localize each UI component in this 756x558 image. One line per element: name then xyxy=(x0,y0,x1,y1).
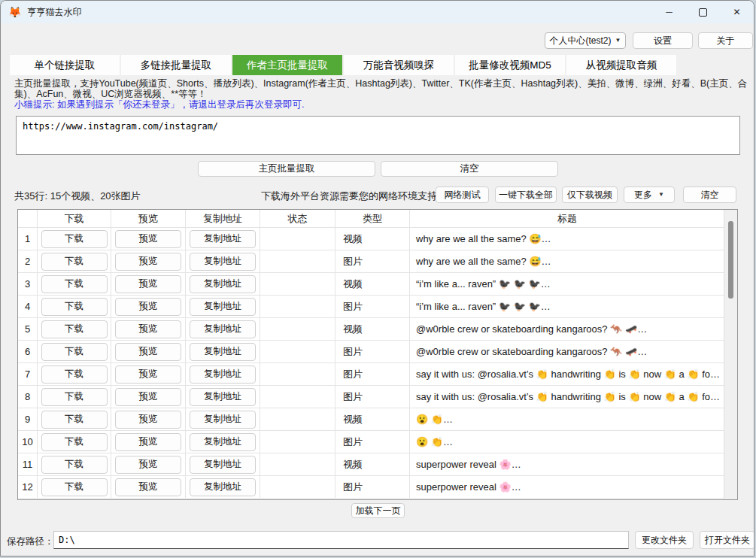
row-title: @w0rble crew or skateboarding kangaroos?… xyxy=(410,341,724,362)
save-path-label: 保存路径： xyxy=(7,535,54,548)
user-center-label: 个人中心(test2) xyxy=(550,35,612,47)
row-preview-button[interactable]: 预览 xyxy=(115,388,181,406)
table-row: 2 下载 预览 复制地址 图片 why are we all the same?… xyxy=(18,250,724,273)
row-index: 1 xyxy=(18,228,38,250)
row-status xyxy=(260,431,335,453)
row-type: 视频 xyxy=(335,408,410,430)
row-type: 视频 xyxy=(335,318,410,340)
row-index: 2 xyxy=(18,250,38,272)
row-title: why are we all the same? 😅… xyxy=(410,250,724,272)
row-preview-button[interactable]: 预览 xyxy=(115,478,181,496)
row-index: 4 xyxy=(18,296,38,317)
save-path-input[interactable] xyxy=(53,531,629,549)
row-copy-url-button[interactable]: 复制地址 xyxy=(190,411,256,429)
row-download-button[interactable]: 下载 xyxy=(41,230,108,248)
header-title: 标题 xyxy=(410,210,724,227)
row-index: 5 xyxy=(18,318,38,340)
scrollbar-thumb[interactable] xyxy=(728,221,733,299)
row-download-button[interactable]: 下载 xyxy=(41,411,108,429)
row-download-button[interactable]: 下载 xyxy=(41,298,108,316)
row-type: 视频 xyxy=(335,453,410,475)
tab-universal-sniffer[interactable]: 万能音视频嗅探 xyxy=(344,55,454,75)
load-next-page-button[interactable]: 加载下一页 xyxy=(351,503,405,518)
download-video-only-button[interactable]: 仅下载视频 xyxy=(562,187,618,203)
row-preview-button[interactable]: 预览 xyxy=(115,411,181,429)
row-copy-url-button[interactable]: 复制地址 xyxy=(190,320,256,338)
header-type: 类型 xyxy=(335,210,410,227)
clear-results-button[interactable]: 清空 xyxy=(683,187,736,203)
tab-multi-link-batch-extract[interactable]: 多链接批量提取 xyxy=(121,55,231,75)
open-folder-button[interactable]: 打开文件夹 xyxy=(700,531,754,549)
url-input[interactable] xyxy=(16,116,740,155)
row-copy-url-button[interactable]: 复制地址 xyxy=(190,433,256,451)
row-preview-button[interactable]: 预览 xyxy=(115,320,181,338)
row-download-button[interactable]: 下载 xyxy=(41,456,108,474)
row-index: 8 xyxy=(18,386,38,408)
change-folder-button[interactable]: 更改文件夹 xyxy=(635,531,694,549)
maximize-button[interactable] xyxy=(686,1,720,23)
table-row: 9 下载 预览 复制地址 视频 😮 👏… xyxy=(18,408,724,431)
app-window: 🦊 亨亨猫去水印 ─ ✕ 个人中心(test2) ▼ 设置 关于 单个链接提取 … xyxy=(0,0,754,556)
row-download-button[interactable]: 下载 xyxy=(41,275,108,293)
row-status xyxy=(260,228,335,250)
table-scrollbar[interactable] xyxy=(724,210,737,499)
row-download-button[interactable]: 下载 xyxy=(41,253,108,271)
row-download-button[interactable]: 下载 xyxy=(41,388,108,406)
download-all-button[interactable]: 一键下载全部 xyxy=(495,187,557,203)
row-copy-url-button[interactable]: 复制地址 xyxy=(190,388,256,406)
row-preview-button[interactable]: 预览 xyxy=(115,298,181,316)
table-row: 7 下载 预览 复制地址 图片 say it with us: @rosalia… xyxy=(18,363,724,386)
header-preview: 预览 xyxy=(111,210,186,227)
row-copy-url-button[interactable]: 复制地址 xyxy=(190,456,256,474)
row-preview-button[interactable]: 预览 xyxy=(115,343,181,361)
about-button[interactable]: 关于 xyxy=(698,32,753,49)
row-copy-url-button[interactable]: 复制地址 xyxy=(190,365,256,384)
tab-author-homepage-batch-extract[interactable]: 作者主页批量提取 xyxy=(232,55,342,75)
tab-extract-audio[interactable]: 从视频提取音频 xyxy=(566,55,676,75)
cat-hint-text: 小猫提示: 如果遇到提示「你还未登录」，请退出登录后再次登录即可. xyxy=(14,99,748,110)
row-status xyxy=(260,386,335,408)
row-download-button[interactable]: 下载 xyxy=(41,433,108,451)
tab-batch-modify-md5[interactable]: 批量修改视频MD5 xyxy=(455,55,565,75)
row-status xyxy=(260,296,335,317)
row-title: @w0rble crew or skateboarding kangaroos?… xyxy=(410,318,724,340)
homepage-batch-extract-button[interactable]: 主页批量提取 xyxy=(198,161,375,177)
row-download-button[interactable]: 下载 xyxy=(41,478,108,496)
result-summary: 共35行: 15个视频、20张图片 xyxy=(14,190,141,203)
row-copy-url-button[interactable]: 复制地址 xyxy=(190,230,256,248)
row-preview-button[interactable]: 预览 xyxy=(115,433,181,451)
header-index xyxy=(18,210,38,227)
row-download-button[interactable]: 下载 xyxy=(41,320,108,338)
window-title: 亨亨猫去水印 xyxy=(27,6,81,19)
row-title: say it with us: @rosalia.vt’s 👏 handwrit… xyxy=(410,386,724,408)
minimize-button[interactable]: ─ xyxy=(652,1,686,23)
row-status xyxy=(260,341,335,362)
tab-single-link-extract[interactable]: 单个链接提取 xyxy=(10,55,120,75)
row-title: “i’m like a... raven” 🐦‍⬛ 🐦‍⬛ 🐦‍⬛… xyxy=(410,296,724,317)
row-copy-url-button[interactable]: 复制地址 xyxy=(190,478,256,496)
row-copy-url-button[interactable]: 复制地址 xyxy=(190,298,256,316)
more-dropdown-button[interactable]: 更多 ▼ xyxy=(624,187,675,203)
row-download-button[interactable]: 下载 xyxy=(41,343,108,361)
row-preview-button[interactable]: 预览 xyxy=(115,275,181,293)
row-preview-button[interactable]: 预览 xyxy=(115,230,181,248)
row-type: 图片 xyxy=(335,250,410,272)
row-copy-url-button[interactable]: 复制地址 xyxy=(190,343,256,361)
table-row: 8 下载 预览 复制地址 图片 say it with us: @rosalia… xyxy=(18,386,724,408)
row-copy-url-button[interactable]: 复制地址 xyxy=(190,253,256,271)
row-download-button[interactable]: 下载 xyxy=(41,365,108,384)
row-preview-button[interactable]: 预览 xyxy=(115,365,181,384)
row-preview-button[interactable]: 预览 xyxy=(115,456,181,474)
row-title: 😮 👏… xyxy=(410,431,724,453)
table-row: 3 下载 预览 复制地址 视频 “i’m like a... raven” 🐦‍… xyxy=(18,273,724,296)
network-test-button[interactable]: 网络测试 xyxy=(436,187,489,203)
close-button[interactable]: ✕ xyxy=(720,1,754,23)
row-preview-button[interactable]: 预览 xyxy=(115,253,181,271)
row-copy-url-button[interactable]: 复制地址 xyxy=(190,275,256,293)
user-center-dropdown[interactable]: 个人中心(test2) ▼ xyxy=(545,32,626,49)
minimize-icon: ─ xyxy=(666,7,673,17)
settings-button[interactable]: 设置 xyxy=(633,32,693,49)
table-row: 10 下载 预览 复制地址 图片 😮 👏… xyxy=(18,431,724,453)
row-index: 9 xyxy=(18,408,38,430)
clear-input-button[interactable]: 清空 xyxy=(381,161,558,177)
